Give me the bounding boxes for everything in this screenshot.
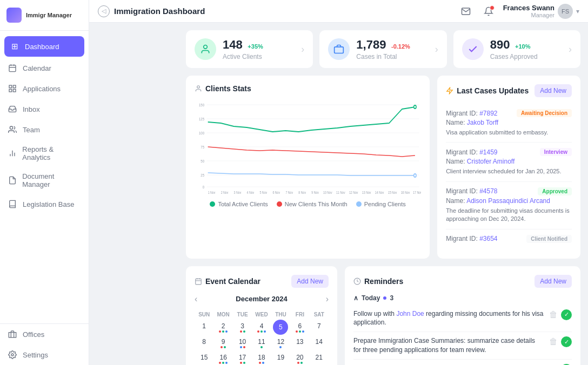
reminder-done-icon[interactable]: ✓ (561, 309, 572, 320)
calendar-day[interactable]: 9 (213, 335, 232, 351)
notifications-button[interactable] (480, 3, 497, 19)
svg-text:11 Nov: 11 Nov (336, 190, 345, 194)
chevron-up-icon: ∧ (353, 294, 358, 302)
sidebar-item-reports[interactable]: Reports & Analytics (0, 140, 89, 167)
calendar-day[interactable]: 19 (271, 351, 290, 365)
cal-day-header: TUE (233, 309, 252, 320)
legend-label-new: New Clients This Month (285, 201, 348, 207)
stat-card-cases-approved: 890 +10% Cases Approved › (453, 30, 580, 68)
bottom-row: Event Calendar Add New ‹ December 2024 ›… (186, 266, 580, 365)
legend-item-pending: Pending Clients (356, 201, 406, 207)
cases-total-icon (328, 38, 350, 60)
stat-arrow-icon[interactable]: › (435, 44, 438, 55)
sidebar-item-label: Dashboard (25, 43, 59, 51)
calendar-nav: ‹ December 2024 › (195, 294, 329, 304)
sidebar-item-team[interactable]: Team (0, 119, 89, 140)
case-desc: Visa application submitted to embassy. (446, 129, 572, 137)
reminders-title: Reminders (353, 277, 403, 286)
calendar-day[interactable]: 11 (252, 335, 271, 351)
legend-label-total: Total Active Clients (218, 201, 268, 207)
reminder-item: Prepare Immigration Case Summaries: summ… (353, 332, 572, 360)
case-id-link[interactable]: #7892 (479, 110, 497, 117)
nav-back-icon[interactable]: ◁ (98, 5, 110, 17)
active-clients-icon (195, 38, 216, 60)
svg-rect-51 (196, 279, 202, 285)
calendar-day[interactable]: 15 (195, 351, 213, 365)
reminder-item: Follow up with John Doe regarding missin… (353, 305, 572, 333)
reminders-header: Reminders Add New (353, 275, 572, 288)
calendar-day-today[interactable]: 5 (273, 320, 288, 335)
calendar-add-new-button[interactable]: Add New (291, 275, 329, 288)
sidebar-item-calendar[interactable]: Calendar (0, 58, 89, 78)
calendar-day[interactable]: 10 (233, 335, 252, 351)
calendar-day[interactable]: 20 (290, 351, 309, 365)
reminder-actions: 🗑 ✓ (549, 336, 572, 347)
case-item: Migrant ID: #3654 Client Notified (446, 229, 572, 250)
stat-label: Active Clients (223, 53, 295, 60)
case-id-link[interactable]: #1459 (479, 148, 497, 156)
reminder-link[interactable]: John Doe (396, 310, 424, 317)
stat-arrow-icon[interactable]: › (569, 44, 572, 55)
reminder-delete-icon[interactable]: 🗑 (549, 337, 558, 347)
svg-rect-12 (9, 333, 16, 337)
case-meta: Migrant ID: #3654 Client Notified (446, 235, 572, 243)
case-name-link[interactable]: Jakob Torff (467, 119, 498, 126)
svg-text:25: 25 (201, 173, 204, 177)
calendar-day[interactable]: 2 (213, 320, 232, 335)
sidebar-item-offices[interactable]: Offices (0, 324, 89, 344)
sidebar-item-dashboard[interactable]: ⊞ Dashboard (4, 36, 84, 57)
reminders-card: Reminders Add New ∧ Today 3 Follow up wi… (345, 266, 580, 365)
reminder-delete-icon[interactable]: 🗑 (549, 310, 558, 320)
calendar-day[interactable]: 1 (195, 320, 213, 335)
svg-text:9 Nov: 9 Nov (311, 190, 319, 194)
case-meta: Migrant ID: #4578 Approved (446, 187, 572, 195)
svg-rect-15 (335, 47, 344, 53)
sidebar-item-documents[interactable]: Document Manager (0, 167, 89, 194)
chevron-down-icon[interactable]: ▾ (576, 8, 579, 15)
calendar-day[interactable]: 4 (252, 320, 271, 335)
sidebar-item-inbox[interactable]: Inbox (0, 99, 89, 119)
calendar-grid: SUN MON TUE WED THU FRI SAT 1 2 3 4 5 6 … (195, 309, 329, 365)
sidebar-item-applications[interactable]: Applications (0, 78, 89, 99)
calendar-next-button[interactable]: › (326, 294, 329, 304)
case-badge: Approved (538, 187, 572, 195)
stat-number: 890 (490, 38, 510, 51)
case-id-link[interactable]: #4578 (479, 187, 497, 195)
calendar-day[interactable]: 14 (310, 335, 329, 351)
calendar-day[interactable]: 18 (252, 351, 271, 365)
calendar-day[interactable]: 6 (290, 320, 309, 335)
case-name-link[interactable]: Cristofer Aminoff (467, 158, 514, 165)
sidebar-item-settings[interactable]: Settings (0, 344, 89, 365)
case-id-link[interactable]: #3654 (479, 235, 497, 242)
calendar-day[interactable]: 12 (271, 335, 290, 351)
reminder-done-icon[interactable]: ✓ (561, 336, 572, 347)
calendar-icon (8, 63, 17, 73)
stat-number: 1,789 (356, 38, 386, 51)
calendar-day[interactable]: 16 (213, 351, 232, 365)
legend-label-pending: Pending Clients (364, 201, 406, 207)
sidebar: Immigr Manager ⊞ Dashboard Calendar Appl… (0, 0, 89, 365)
calendar-day[interactable]: 13 (290, 335, 309, 351)
calendar-day[interactable]: 7 (310, 320, 329, 335)
stat-arrow-icon[interactable]: › (301, 44, 304, 55)
calendar-day[interactable]: 21 (310, 351, 329, 365)
reminders-add-new-button[interactable]: Add New (534, 275, 572, 288)
cases-add-new-button[interactable]: Add New (534, 84, 572, 97)
calendar-header: Event Calendar Add New (195, 275, 329, 288)
svg-point-49 (414, 174, 416, 177)
sidebar-item-label: Team (23, 126, 40, 134)
cases-approved-icon (462, 38, 484, 60)
calendar-day[interactable]: 3 (233, 320, 252, 335)
reminder-actions: 🗑 ✓ (549, 309, 572, 320)
stat-content-clients: 148 +35% Active Clients (223, 38, 295, 60)
calendar-prev-button[interactable]: ‹ (195, 294, 197, 304)
calendar-day[interactable]: 17 (233, 351, 252, 365)
chart-legend: Total Active Clients New Clients This Mo… (195, 201, 421, 207)
calendar-day[interactable]: 8 (195, 335, 213, 351)
case-name-link[interactable]: Adison Passaquindici Arcand (466, 197, 550, 205)
svg-point-48 (414, 105, 416, 109)
sidebar-item-legislation[interactable]: Legislation Base (0, 194, 89, 214)
mail-button[interactable] (458, 3, 474, 19)
documents-icon (8, 175, 17, 185)
reminder-text: Prepare Immigration Case Summaries: summ… (353, 336, 544, 355)
